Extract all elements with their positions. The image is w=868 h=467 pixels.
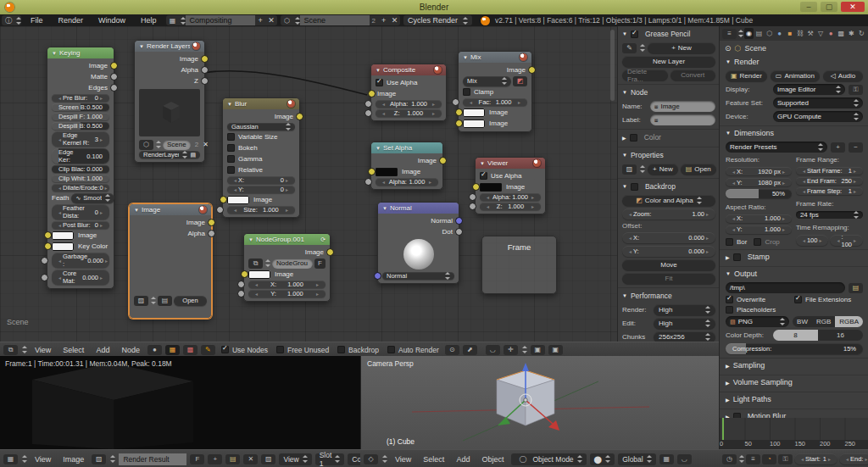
view-dropdown[interactable]: View — [279, 453, 311, 465]
device-dropdown[interactable]: GPU Compute — [773, 111, 863, 122]
preview-toggle-icon[interactable] — [199, 206, 207, 214]
image-new-button[interactable]: +New — [648, 164, 678, 175]
expand-icon[interactable] — [622, 153, 627, 158]
blur-size-field[interactable]: Size:1.000 — [227, 206, 295, 214]
remap-old-field[interactable]: 100 — [796, 235, 829, 246]
socket-image-input[interactable] — [472, 183, 480, 191]
open-image-icon[interactable]: ▤ — [158, 296, 172, 306]
performance-chunks-dropdown[interactable]: 256x256 — [654, 331, 715, 342]
render-engine-selector[interactable]: Cycles Render — [403, 15, 472, 25]
node-render-layers[interactable]: Render Layers Image Alpha Z ⬡ Scene 2 ✕ … — [134, 40, 205, 163]
menu-image[interactable]: Image — [58, 455, 88, 464]
pre-blur-field[interactable]: Pre Blur:0 — [52, 94, 109, 102]
garbage-matte-field[interactable]: Garbage :0.000 — [52, 253, 109, 268]
expand-icon[interactable] — [726, 271, 731, 276]
stamp-checkbox[interactable] — [733, 253, 741, 261]
copy-anim-icon[interactable]: ▣ — [548, 345, 563, 355]
open-image-button[interactable]: ▤ — [225, 454, 240, 464]
timeline-ruler[interactable]: 0 50 100 150 200 250 — [720, 440, 868, 449]
menu-view[interactable]: View — [391, 455, 415, 464]
depth-8-button[interactable]: 8 — [773, 330, 818, 341]
socket-image-input[interactable] — [368, 168, 376, 175]
socket-garbage-input[interactable] — [41, 257, 48, 264]
remove-preset-button[interactable]: − — [849, 142, 863, 153]
convert-button[interactable]: Convert — [670, 69, 716, 81]
unlink-icon[interactable]: ✕ — [203, 141, 209, 148]
menu-view[interactable]: View — [31, 346, 55, 354]
collapse-icon[interactable] — [480, 161, 485, 166]
image-datablock-icon[interactable]: ▨ — [134, 296, 148, 306]
collapse-icon[interactable] — [382, 206, 387, 211]
remap-new-field[interactable]: : 100 — [830, 235, 863, 246]
node-keying[interactable]: Keying Image Matte Edges Pre Blur:0 Scre… — [47, 47, 114, 289]
line-style-nodes-icon[interactable]: ✎ — [201, 345, 215, 355]
screen-layout-selector[interactable]: ▦ Compositing + ✕ — [166, 15, 277, 25]
collapse-icon[interactable] — [139, 44, 144, 49]
add-preset-button[interactable]: + — [831, 142, 845, 153]
aspect-x-field[interactable]: X:1.000 — [726, 214, 792, 223]
delete-layout-button[interactable]: ✕ — [266, 16, 277, 25]
image-color-swatch[interactable] — [248, 270, 270, 279]
backdrop-checkbox[interactable] — [337, 346, 345, 353]
users-count[interactable]: 2 — [192, 141, 201, 148]
socket-alpha-output[interactable] — [208, 230, 215, 237]
auto-render-checkbox[interactable] — [387, 346, 395, 353]
socket-image-input[interactable] — [220, 196, 227, 203]
blur-y-field[interactable]: Y:0 — [227, 186, 295, 193]
key-color-swatch[interactable] — [52, 242, 74, 251]
use-nodes-checkbox[interactable] — [221, 346, 229, 353]
node-header[interactable]: Image — [130, 204, 211, 215]
frame-step-field[interactable]: Frame Step:1 — [796, 187, 863, 195]
node-viewer[interactable]: Viewer Use Alpha Image Alpha:1.000 Z:1.0… — [475, 157, 546, 214]
aspect-y-field[interactable]: Y:1.000 — [726, 225, 792, 234]
socket-z-input[interactable] — [469, 203, 476, 210]
texture-nodes-icon[interactable]: ▩ — [183, 345, 198, 355]
expand-icon[interactable] — [622, 293, 627, 298]
preview-toggle-icon[interactable] — [434, 66, 442, 74]
end-frame-field[interactable]: End Fram:250 — [796, 177, 863, 185]
core-matte-field[interactable]: Core Mat:0.000 — [52, 270, 109, 285]
tab-render-layers[interactable]: ▤ — [754, 28, 764, 39]
compositing-nodes-icon[interactable]: ▦ — [165, 345, 180, 355]
shader-nodes-icon[interactable]: ● — [147, 345, 162, 355]
compression-slider[interactable]: Compression:15% — [726, 343, 863, 354]
image-datablock-selector[interactable]: Render Result — [119, 453, 186, 465]
output-path-input[interactable]: /tmp\ — [726, 282, 845, 293]
use-alpha-checkbox[interactable] — [480, 172, 487, 180]
feather-falloff-dropdown[interactable]: ∿Smoot — [71, 193, 114, 203]
playback-icon[interactable]: ◔ — [762, 454, 776, 464]
render-animation-button[interactable]: ▭Animation — [771, 70, 820, 81]
edge-kernel-radius-field[interactable]: Edge Kernel R:3 — [52, 131, 109, 147]
socket-matte-output[interactable] — [110, 73, 118, 81]
socket-image-output[interactable] — [528, 66, 536, 74]
node-header[interactable]: Mix — [459, 52, 531, 63]
start-frame-field[interactable]: Start Frame:1 — [796, 167, 863, 175]
edit-group-icon[interactable]: ⟳ — [320, 236, 326, 243]
node-blur[interactable]: Blur Image Gaussian Variable Size Bokeh … — [222, 97, 300, 218]
screen-layout-value[interactable]: Compositing — [186, 15, 255, 25]
viewer-z-field[interactable]: Z:1.000 — [480, 203, 541, 210]
feature-set-dropdown[interactable]: Supported — [773, 97, 863, 108]
new-layer-button[interactable]: New Layer — [622, 56, 715, 67]
menu-add[interactable]: Add — [92, 346, 114, 354]
tab-render[interactable]: ◉ — [744, 28, 754, 39]
normal-input-dropdown[interactable]: Normal — [382, 272, 454, 280]
image-color-swatch[interactable] — [480, 183, 502, 192]
menu-select[interactable]: Select — [58, 346, 88, 354]
expand-icon[interactable] — [726, 380, 730, 386]
node-group[interactable]: NodeGroup.001 ⟳ Image ⧉ NodeGrou F Image… — [243, 233, 331, 302]
menu-view[interactable]: View — [31, 455, 55, 464]
normal-sphere-widget[interactable] — [382, 238, 454, 270]
socket-image-input[interactable] — [44, 231, 52, 239]
expand-icon[interactable] — [622, 31, 627, 36]
group-datablock[interactable]: NodeGrou — [272, 259, 313, 269]
relative-checkbox[interactable] — [227, 166, 235, 174]
viewport-editor-icon[interactable]: ◇ — [364, 454, 378, 464]
socket-image-output[interactable] — [296, 113, 303, 120]
socket-alpha-input[interactable] — [364, 100, 372, 108]
image2-color-swatch[interactable] — [463, 120, 485, 128]
image-icon[interactable]: ▨ — [622, 164, 637, 175]
collapse-icon[interactable] — [463, 55, 468, 60]
tab-texture[interactable]: ▩ — [837, 28, 846, 39]
socket-edges-output[interactable] — [110, 84, 118, 92]
